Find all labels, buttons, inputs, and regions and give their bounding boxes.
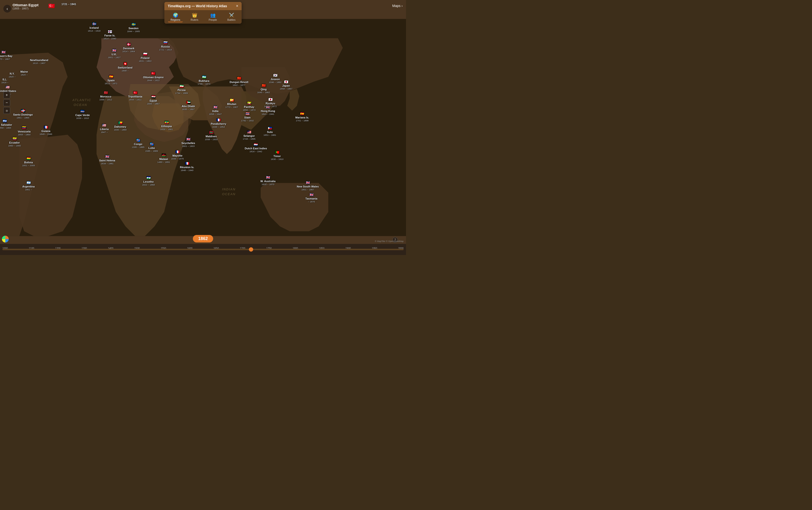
maps-chevron-icon: ›: [401, 4, 403, 8]
back-icon: ‹: [6, 6, 8, 11]
tab-people-label: People: [209, 18, 217, 21]
region-label: Ottoman Egypt (1805 - 1867): [12, 3, 39, 10]
atlantic-ocean-label: ATLANTIC: [72, 98, 91, 102]
maps-label: Maps: [392, 4, 401, 8]
map-controls: + − ◎: [3, 92, 10, 114]
maps-button[interactable]: Maps ›: [392, 4, 403, 8]
svg-text:OCEAN: OCEAN: [74, 103, 87, 107]
timeline-track[interactable]: [2, 249, 404, 250]
zoom-in-button[interactable]: +: [3, 92, 10, 98]
tab-battles-label: Battles: [227, 18, 236, 21]
region-flag: 🇹🇷: [48, 3, 57, 9]
watermark: © MapTiler © OpenStreetMap: [375, 240, 404, 242]
battles-icon: ⚔️: [229, 12, 234, 18]
svg-text:OCEAN: OCEAN: [222, 192, 236, 196]
tab-people[interactable]: 👥 People: [206, 12, 220, 22]
people-icon: 👥: [210, 12, 215, 18]
region-name: Ottoman Egypt: [12, 3, 39, 7]
tab-regions[interactable]: 🌍 Regions: [168, 12, 182, 22]
top-modal: TimeMaps.org — World History Atlas × 🌍 R…: [164, 2, 242, 24]
svg-text:INDIAN: INDIAN: [222, 187, 236, 191]
modal-close-button[interactable]: ×: [236, 4, 238, 8]
timeline-scrubber[interactable]: [249, 247, 253, 251]
modal-header: TimeMaps.org — World History Atlas ×: [164, 2, 242, 10]
modal-title: TimeMaps.org — World History Atlas: [168, 4, 227, 8]
map-container: ATLANTIC OCEAN INDIAN OCEAN 🇮🇸Iceland181…: [0, 0, 406, 255]
tab-regions-label: Regions: [170, 18, 180, 21]
zoom-out-button[interactable]: −: [3, 99, 10, 106]
year-badge: 1862: [193, 235, 213, 242]
region-dates: (1805 - 1867): [12, 7, 39, 10]
timeline[interactable]: 1000110012001300140015001550160016501700…: [0, 244, 406, 255]
tab-rulers[interactable]: 👑 Rulers: [188, 12, 201, 22]
reset-view-button[interactable]: ◎: [3, 107, 10, 114]
back-button[interactable]: ‹: [3, 5, 11, 12]
modal-tabs: 🌍 Regions 👑 Rulers 👥 People ⚔️ Battles: [164, 10, 242, 24]
regions-icon: 🌍: [173, 12, 178, 18]
logo: [2, 236, 9, 242]
tab-battles[interactable]: ⚔️ Battles: [225, 12, 238, 22]
map-background: ATLANTIC OCEAN INDIAN OCEAN: [0, 0, 406, 255]
tab-rulers-label: Rulers: [191, 18, 198, 21]
rulers-icon: 👑: [192, 12, 197, 18]
